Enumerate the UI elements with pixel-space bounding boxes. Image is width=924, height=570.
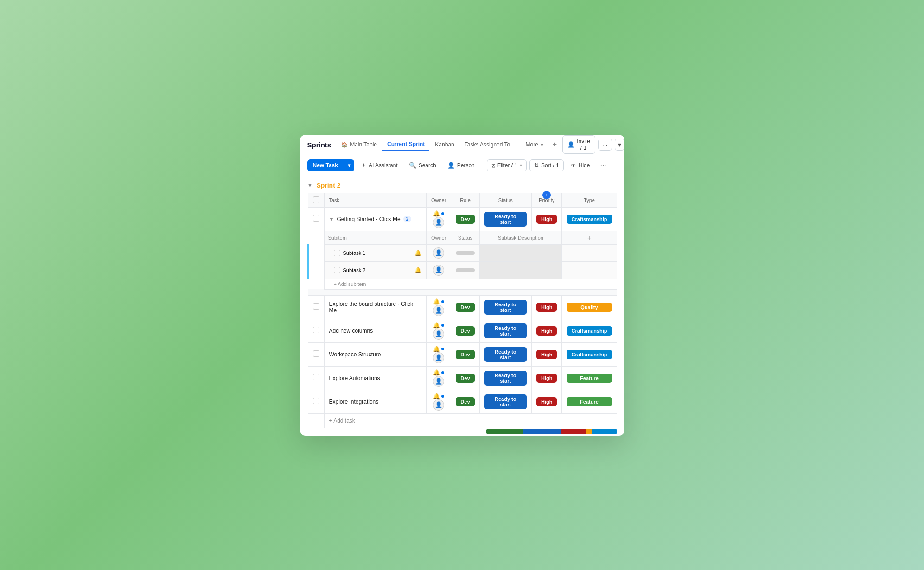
th-status: Status bbox=[479, 193, 531, 207]
main-task-row: ▼ Getting Started - Click Me 2 🔔 👤 bbox=[308, 207, 617, 231]
status-badge-5: Ready to start bbox=[484, 371, 527, 386]
filter-dropdown-icon: ▾ bbox=[520, 163, 522, 168]
th-task: Task bbox=[324, 193, 426, 207]
th-checkbox bbox=[308, 193, 324, 207]
subtask-1-desc bbox=[479, 244, 562, 261]
bell-icon-2: 🔔 bbox=[433, 298, 440, 305]
nav-more-dots-button[interactable]: ··· bbox=[598, 139, 612, 151]
explore-board-checkbox[interactable] bbox=[313, 303, 319, 310]
subtask-2-extra bbox=[562, 261, 617, 279]
task-priority-cell: High bbox=[532, 207, 562, 231]
type-badge: Craftsmanship bbox=[567, 215, 612, 224]
filter-button[interactable]: ⧖ Filter / 1 ▾ bbox=[487, 159, 527, 171]
summary-bar bbox=[307, 429, 617, 434]
nav-more-button[interactable]: More ▼ bbox=[522, 139, 548, 151]
add-task-label[interactable]: + Add task bbox=[324, 413, 617, 428]
sort-icon: ⇅ bbox=[534, 162, 539, 169]
subtask-1-status bbox=[451, 244, 479, 261]
owner-avatar: 👤 bbox=[433, 217, 444, 228]
status-badge-2: Ready to start bbox=[484, 300, 527, 315]
subtask-1-checkbox[interactable] bbox=[334, 250, 340, 256]
automations-checkbox[interactable] bbox=[313, 374, 319, 380]
task-owner-cell: 🔔 👤 bbox=[426, 207, 451, 231]
add-subitem-label[interactable]: + Add subitem bbox=[324, 279, 617, 289]
bell-icon: 🔔 bbox=[433, 210, 440, 217]
toolbar-more-button[interactable]: ··· bbox=[597, 159, 609, 172]
subtask-1-name-cell[interactable]: Subtask 1 🔔 bbox=[324, 244, 426, 261]
role-badge-2: Dev bbox=[456, 303, 474, 312]
tab-main-table[interactable]: 🏠 Main Table bbox=[337, 139, 382, 151]
task-row-explore-board: Explore the board structure - Click Me 🔔… bbox=[308, 295, 617, 319]
tab-current-sprint[interactable]: Current Sprint bbox=[382, 138, 429, 151]
tab-kanban[interactable]: Kanban bbox=[430, 139, 459, 151]
role-badge: Dev bbox=[456, 215, 474, 224]
avatar-3: 👤 bbox=[433, 329, 444, 340]
task-role-cell: Dev bbox=[451, 207, 479, 231]
add-column-icon[interactable]: + bbox=[587, 234, 591, 241]
role-badge-3: Dev bbox=[456, 326, 474, 336]
type-badge-2: Quality bbox=[567, 303, 612, 312]
subtask-row-2: Subtask 2 🔔 👤 bbox=[308, 261, 617, 279]
tab-tasks-assigned[interactable]: Tasks Assigned To ... bbox=[460, 139, 521, 151]
app-title: Sprints bbox=[307, 141, 331, 149]
main-task-name: Getting Started - Click Me bbox=[337, 216, 400, 222]
avatar-2: 👤 bbox=[433, 305, 444, 316]
subtask-1-avatar: 👤 bbox=[433, 247, 444, 259]
avatar-4: 👤 bbox=[433, 352, 444, 363]
nav-dropdown-button[interactable]: ▾ bbox=[615, 139, 624, 151]
role-badge-5: Dev bbox=[456, 374, 474, 383]
add-columns-checkbox[interactable] bbox=[313, 327, 319, 333]
hide-button[interactable]: 👁 Hide bbox=[567, 160, 594, 171]
priority-badge-4: High bbox=[536, 350, 557, 359]
notification-dot-5 bbox=[441, 371, 444, 374]
type-badge-6: Feature bbox=[567, 397, 612, 406]
task-row-integrations: Explore Integrations 🔔 👤 Dev Ready to st… bbox=[308, 390, 617, 413]
task-row-workspace: Workspace Structure 🔔 👤 Dev Ready to sta… bbox=[308, 342, 617, 366]
add-tab-button[interactable]: + bbox=[549, 138, 561, 152]
notification-dot-6 bbox=[441, 395, 444, 398]
invite-button[interactable]: 👤 Invite / 1 bbox=[562, 135, 595, 154]
task-status-cell: Ready to start bbox=[479, 207, 531, 231]
explore-board-name[interactable]: Explore the board structure - Click Me bbox=[324, 295, 426, 319]
th-owner: Owner bbox=[426, 193, 451, 207]
status-badge-4: Ready to start bbox=[484, 347, 527, 362]
subtask-2-name-cell[interactable]: Subtask 2 🔔 bbox=[324, 261, 426, 279]
task-expand-icon[interactable]: ▼ bbox=[329, 216, 334, 222]
ai-assistant-button[interactable]: ✦ AI Assistant bbox=[357, 159, 402, 171]
type-badge-3: Craftsmanship bbox=[567, 326, 612, 336]
type-badge-4: Craftsmanship bbox=[567, 350, 612, 359]
sort-button[interactable]: ⇅ Sort / 1 bbox=[529, 159, 564, 171]
subitem-header-row: Subitem Owner Status Subtask Description… bbox=[308, 231, 617, 244]
search-button[interactable]: 🔍 Search bbox=[405, 159, 440, 171]
subtask-2-bell: 🔔 bbox=[414, 267, 421, 273]
bell-icon-5: 🔔 bbox=[433, 369, 440, 376]
ai-icon: ✦ bbox=[361, 162, 366, 169]
task-name-cell[interactable]: ▼ Getting Started - Click Me 2 bbox=[324, 207, 426, 231]
priority-badge-2: High bbox=[536, 303, 557, 312]
person-filter-button[interactable]: 👤 Person bbox=[443, 159, 479, 171]
task-checkbox[interactable] bbox=[313, 215, 319, 222]
subtask-2-status bbox=[451, 261, 479, 279]
bell-icon-3: 🔔 bbox=[433, 322, 440, 329]
new-task-button[interactable]: New Task ▾ bbox=[307, 159, 354, 171]
sprint-collapse-icon[interactable]: ▼ bbox=[307, 182, 313, 189]
workspace-checkbox[interactable] bbox=[313, 350, 319, 357]
notification-dot-2 bbox=[441, 300, 444, 303]
avatar-5: 👤 bbox=[433, 376, 444, 387]
task-checkbox-cell bbox=[308, 207, 324, 231]
select-all-checkbox[interactable] bbox=[313, 196, 319, 203]
new-task-dropdown-icon[interactable]: ▾ bbox=[344, 159, 354, 171]
subtask-1-extra bbox=[562, 244, 617, 261]
person-filter-icon: 👤 bbox=[447, 162, 455, 169]
task-row-add-columns: Add new columns 🔔 👤 Dev Ready to start H… bbox=[308, 319, 617, 342]
sprint-header: ▼ Sprint 2 bbox=[307, 182, 617, 189]
add-task-row[interactable]: + Add task bbox=[308, 413, 617, 428]
integrations-checkbox[interactable] bbox=[313, 398, 319, 404]
priority-badge: High bbox=[536, 215, 557, 224]
person-icon: 👤 bbox=[567, 141, 574, 148]
task-subtask-badge: 2 bbox=[403, 216, 412, 222]
subtask-2-checkbox[interactable] bbox=[334, 267, 340, 273]
search-icon: 🔍 bbox=[409, 162, 416, 169]
add-subitem-row[interactable]: + Add subitem bbox=[308, 279, 617, 289]
subtask-row-1: Subtask 1 🔔 👤 bbox=[308, 244, 617, 261]
